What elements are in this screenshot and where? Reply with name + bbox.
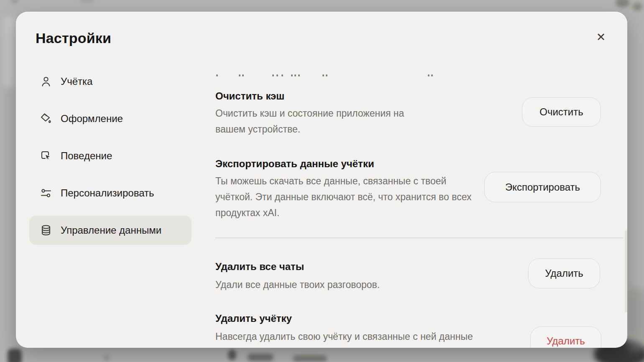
- delete-account-heading: Удалить учётку: [215, 313, 292, 324]
- sliders-icon: [40, 187, 52, 199]
- backdrop-blob: [104, 355, 110, 360]
- backdrop-blob: [632, 3, 642, 11]
- backdrop-blob: [616, 0, 630, 8]
- clear-cache-description: Очистить кэш и состояние приложения на в…: [215, 105, 475, 137]
- sidebar-item-label: Поведение: [61, 150, 112, 162]
- clear-cache-heading: Очистить кэш: [215, 90, 284, 102]
- page-title: Настройки: [36, 30, 111, 46]
- sidebar-item-personalize[interactable]: Персонализировать: [29, 178, 192, 208]
- sidebar-item-label: Персонализировать: [61, 187, 154, 199]
- sidebar-item-label: Управление данными: [61, 224, 161, 236]
- backdrop-blob: [628, 288, 644, 351]
- content-scrollbar-thumb[interactable]: [625, 230, 627, 312]
- delete-account-button[interactable]: Удалить: [530, 326, 601, 348]
- export-data-description: Ты можешь скачать все данные, связанные …: [215, 173, 533, 221]
- sidebar-item-label: Учётка: [61, 76, 92, 87]
- section-divider: [215, 237, 623, 238]
- backdrop-blob: [293, 355, 327, 362]
- export-data-heading: Экспортировать данные учётки: [215, 158, 374, 170]
- close-button[interactable]: ✕: [591, 28, 611, 47]
- backdrop-blob: [228, 349, 236, 360]
- clipped-scrolled-row: [215, 74, 625, 79]
- person-icon: [40, 75, 52, 88]
- backdrop-blob: [248, 354, 273, 361]
- delete-chats-description: Удали все данные твоих разговоров.: [215, 277, 508, 293]
- sidebar-item-appearance[interactable]: Оформление: [29, 104, 192, 133]
- sidebar-item-label: Оформление: [61, 113, 123, 125]
- backdrop-blob: [11, 0, 18, 3]
- sidebar-item-data-controls[interactable]: Управление данными: [29, 216, 192, 245]
- delete-chats-button[interactable]: Удалить: [528, 258, 600, 288]
- clear-cache-button[interactable]: Очистить: [522, 97, 601, 127]
- delete-account-description: Навсегда удалить свою учётку и связанные…: [215, 329, 533, 344]
- database-icon: [40, 224, 52, 237]
- close-icon: ✕: [596, 31, 606, 44]
- settings-sidebar: Учётка Оформление Поведение: [29, 67, 192, 253]
- paint-bucket-icon: [40, 112, 52, 125]
- backdrop-blob: [3, 17, 15, 88]
- backdrop-blob: [79, 0, 95, 3]
- delete-chats-heading: Удалить все чаты: [215, 261, 304, 273]
- settings-dialog: Настройки ✕ Учётка Оформление: [16, 12, 627, 348]
- backdrop-blob: [8, 349, 22, 362]
- behavior-cursor-icon: [40, 150, 52, 162]
- sidebar-item-account[interactable]: Учётка: [29, 67, 192, 96]
- sidebar-item-behavior[interactable]: Поведение: [29, 141, 192, 171]
